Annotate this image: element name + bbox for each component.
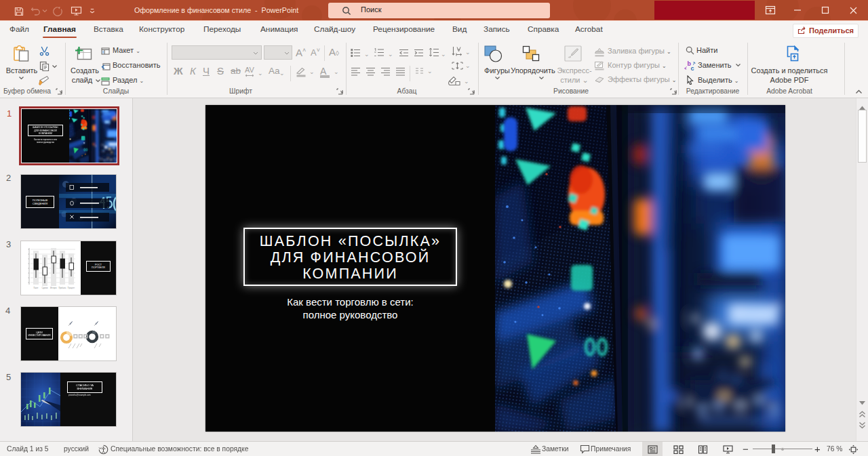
svg-text:Пакет: Пакет	[33, 287, 39, 289]
svg-text:Сделки: Сделки	[42, 287, 48, 289]
svg-text:Интерес: Интерес	[50, 287, 58, 289]
svg-text:c: c	[691, 65, 694, 72]
svg-text:Прибыль: Прибыль	[59, 287, 67, 289]
svg-text:Процент: Процент	[68, 287, 75, 289]
